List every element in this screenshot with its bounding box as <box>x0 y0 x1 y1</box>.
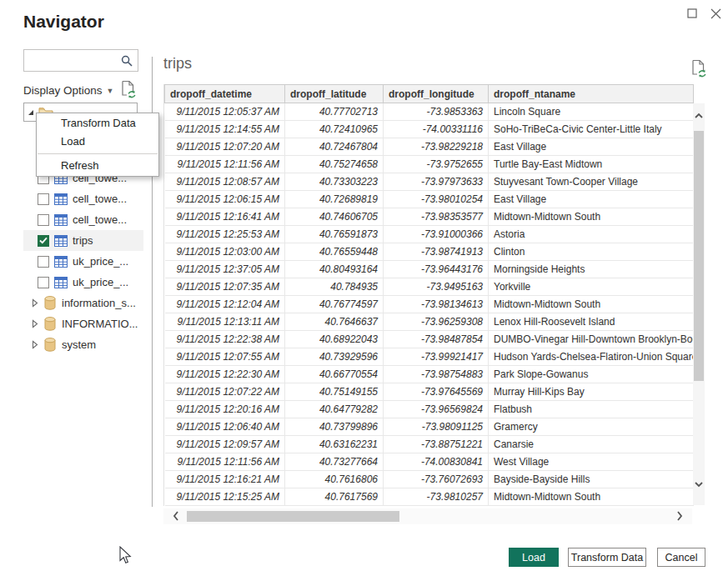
scroll-right-icon[interactable] <box>675 510 684 522</box>
sidebar-item-label: cell_towe... <box>73 193 127 205</box>
expander-expanded-icon[interactable] <box>28 109 34 116</box>
table-cell: 9/11/2015 12:03:00 AM <box>165 243 285 261</box>
search-icon[interactable] <box>121 55 133 67</box>
database-icon <box>44 338 56 352</box>
table-cell: East Village <box>489 191 694 208</box>
table-cell: 40.66770554 <box>285 366 384 383</box>
scroll-down-icon[interactable] <box>694 480 704 488</box>
table-cell: -73.97973633 <box>384 173 489 191</box>
table-cell: -74.00830841 <box>384 453 489 471</box>
search-box[interactable] <box>23 49 138 72</box>
table-row: 9/11/2015 12:07:35 AM40.784935-73.949516… <box>165 278 694 296</box>
table-cell: 40.68922043 <box>285 331 384 348</box>
column-header-dropoff-longitude: dropoff_longitude <box>384 85 489 103</box>
menu-item-transform-data[interactable]: Transform Data <box>37 114 158 133</box>
table-cell: Lincoln Square <box>489 103 694 121</box>
scroll-left-icon[interactable] <box>172 510 180 522</box>
display-options-dropdown[interactable]: Display Options ▼ <box>23 82 113 98</box>
unchecked-checkbox[interactable] <box>38 256 49 268</box>
table-cell: SoHo-TriBeCa-Civic Center-Little Italy <box>489 121 694 138</box>
table-cell: 40.80493164 <box>285 261 384 278</box>
table-row: 9/11/2015 12:12:04 AM40.76774597-73.9813… <box>165 296 694 313</box>
cancel-button[interactable]: Cancel <box>657 548 705 567</box>
refresh-preview-table-button[interactable] <box>691 59 706 81</box>
table-cell: 40.72689819 <box>285 191 384 208</box>
table-cell: 40.77702713 <box>285 103 384 121</box>
table-cell: Yorkville <box>489 278 694 296</box>
unchecked-checkbox[interactable] <box>38 214 49 226</box>
table-cell: -73.9853363 <box>384 103 489 121</box>
sidebar-item-cell-towe[interactable]: cell_towe... <box>23 209 143 230</box>
sidebar-item-system[interactable]: system <box>23 334 143 355</box>
table-cell: Midtown-Midtown South <box>489 208 694 226</box>
maximize-button[interactable] <box>684 5 700 22</box>
sidebar-item-cell-towe[interactable]: cell_towe... <box>23 188 143 209</box>
refresh-preview-button[interactable] <box>121 80 136 102</box>
table-cell: Turtle Bay-East Midtown <box>489 156 694 173</box>
sidebar-item-label: uk_price_... <box>73 255 128 268</box>
table-cell: Hudson Yards-Chelsea-Flatiron-Union Squa… <box>489 348 694 366</box>
expander-collapsed-icon[interactable] <box>32 340 38 349</box>
table-row: 9/11/2015 12:16:41 AM40.74606705-73.9835… <box>165 208 694 226</box>
unchecked-checkbox[interactable] <box>38 193 49 205</box>
table-row: 9/11/2015 12:07:55 AM40.73929596-73.9992… <box>165 348 694 366</box>
table-row: 9/11/2015 12:11:56 AM40.75274658-73.9752… <box>165 156 694 173</box>
horizontal-scrollbar-thumb[interactable] <box>187 511 399 522</box>
table-cell: 40.63162231 <box>285 436 384 453</box>
dropdown-caret-icon: ▼ <box>107 87 114 95</box>
search-input[interactable] <box>29 54 121 67</box>
vertical-scrollbar[interactable] <box>693 103 705 505</box>
table-row: 9/11/2015 12:07:22 AM40.75149155-73.9764… <box>165 383 694 401</box>
sidebar-item-uk-price[interactable]: uk_price_... <box>23 251 143 272</box>
table-cell: Lenox Hill-Roosevelt Island <box>489 313 694 331</box>
table-row: 9/11/2015 12:22:38 AM40.68922043-73.9848… <box>165 331 694 348</box>
expander-collapsed-icon[interactable] <box>32 298 38 308</box>
transform-data-button[interactable]: Transform Data <box>568 548 646 567</box>
unchecked-checkbox[interactable] <box>38 277 49 288</box>
table-cell: -73.96259308 <box>384 313 489 331</box>
table-row: 9/11/2015 12:09:57 AM40.63162231-73.8875… <box>165 436 694 453</box>
scroll-up-icon[interactable] <box>694 112 704 120</box>
sidebar-item-label: information_s... <box>62 297 136 309</box>
preview-title: trips <box>163 55 192 73</box>
table-cell: 9/11/2015 12:22:38 AM <box>165 331 285 348</box>
table-cell: 40.76591873 <box>285 226 384 243</box>
table-cell: 9/11/2015 12:22:30 AM <box>165 366 285 383</box>
column-header-dropoff-ntaname: dropoff_ntaname <box>489 85 694 103</box>
table-cell: 9/11/2015 12:37:05 AM <box>165 261 285 278</box>
table-cell: DUMBO-Vinegar Hill-Downtown Brooklyn-Boe… <box>489 331 694 348</box>
sidebar-item-label: system <box>62 338 96 351</box>
table-cell: 9/11/2015 12:07:20 AM <box>165 138 285 156</box>
table-cell: Astoria <box>489 226 694 243</box>
horizontal-scrollbar[interactable] <box>163 508 692 524</box>
table-cell: 9/11/2015 12:07:35 AM <box>165 278 285 296</box>
sidebar-item-uk-price[interactable]: uk_price_... <box>23 272 143 293</box>
sidebar-item-informatio[interactable]: INFORMATIO... <box>23 313 143 334</box>
checked-checkbox[interactable] <box>38 235 49 247</box>
table-cell: 9/11/2015 12:06:15 AM <box>165 191 285 208</box>
expander-collapsed-icon[interactable] <box>32 319 38 328</box>
table-cell: -73.98134613 <box>384 296 489 313</box>
load-button[interactable]: Load <box>509 548 559 567</box>
table-cell: 9/11/2015 12:15:25 AM <box>165 488 285 506</box>
table-row: 9/11/2015 12:13:11 AM40.7646637-73.96259… <box>165 313 694 331</box>
table-cell: -73.96569824 <box>384 401 489 418</box>
sidebar-item-trips[interactable]: trips <box>23 230 143 251</box>
table-cell: 40.73929596 <box>285 348 384 366</box>
navigator-tree: cell_towe...cell_towe...cell_towe...trip… <box>23 168 143 355</box>
menu-item-refresh[interactable]: Refresh <box>37 157 158 175</box>
table-cell: -73.98229218 <box>384 138 489 156</box>
sidebar-item-information-s[interactable]: information_s... <box>23 293 143 313</box>
vertical-scrollbar-thumb[interactable] <box>694 131 704 381</box>
table-cell: West Village <box>489 453 694 471</box>
table-cell: 40.7646637 <box>285 313 384 331</box>
display-options-label: Display Options <box>23 84 103 97</box>
table-row: 9/11/2015 12:03:00 AM40.76559448-73.9874… <box>165 243 694 261</box>
menu-item-load[interactable]: Load <box>37 133 158 151</box>
table-cell: -73.91000366 <box>384 226 489 243</box>
close-button[interactable] <box>707 5 724 22</box>
table-cell: Morningside Heights <box>489 261 694 278</box>
table-row: 9/11/2015 12:20:16 AM40.64779282-73.9656… <box>165 401 694 418</box>
table-cell: 9/11/2015 12:07:22 AM <box>165 383 285 401</box>
sidebar-item-label: INFORMATIO... <box>62 318 138 330</box>
